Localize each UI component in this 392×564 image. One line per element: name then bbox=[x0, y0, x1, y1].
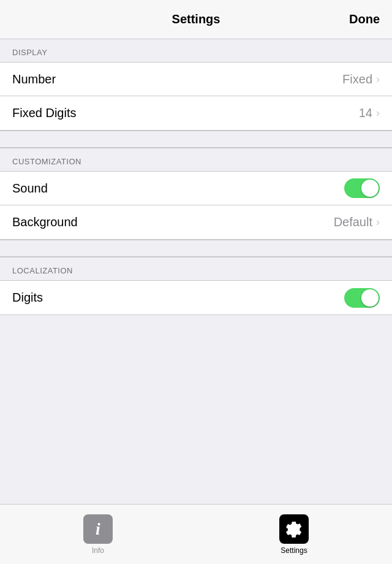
app-header: Settings Done bbox=[0, 0, 392, 39]
background-chevron-icon: › bbox=[376, 216, 380, 229]
number-right: Fixed › bbox=[342, 72, 380, 86]
tab-settings-label: Settings bbox=[281, 546, 307, 555]
localization-section-header: LOCALIZATION bbox=[0, 257, 392, 281]
localization-settings-list: Digits bbox=[0, 281, 392, 315]
fixed-digits-right: 14 › bbox=[359, 106, 380, 120]
fixed-digits-label: Fixed Digits bbox=[12, 106, 76, 120]
localization-section: LOCALIZATION Digits bbox=[0, 257, 392, 315]
background-right: Default › bbox=[334, 215, 380, 229]
spacer-2 bbox=[0, 240, 392, 257]
fixed-digits-row[interactable]: Fixed Digits 14 › bbox=[0, 96, 392, 130]
sound-toggle-knob bbox=[361, 180, 379, 197]
background-label: Background bbox=[12, 215, 78, 229]
number-chevron-icon: › bbox=[376, 73, 380, 86]
spacer-1 bbox=[0, 131, 392, 148]
number-label: Number bbox=[12, 72, 56, 86]
customization-settings-list: Sound Background Default › bbox=[0, 172, 392, 240]
settings-icon bbox=[279, 514, 309, 544]
fixed-digits-chevron-icon: › bbox=[376, 107, 380, 120]
tab-info[interactable]: i Info bbox=[0, 505, 196, 564]
tab-settings[interactable]: Settings bbox=[196, 505, 392, 564]
sound-row[interactable]: Sound bbox=[0, 172, 392, 205]
number-row[interactable]: Number Fixed › bbox=[0, 63, 392, 96]
display-section: DISPLAY Number Fixed › Fixed Digits 14 › bbox=[0, 39, 392, 131]
info-icon: i bbox=[83, 514, 113, 544]
customization-section-header: CUSTOMIZATION bbox=[0, 148, 392, 172]
digits-label: Digits bbox=[12, 291, 43, 305]
sound-right bbox=[344, 178, 380, 198]
digits-row[interactable]: Digits bbox=[0, 281, 392, 314]
fixed-digits-value: 14 bbox=[359, 106, 372, 120]
customization-section: CUSTOMIZATION Sound Background Default › bbox=[0, 148, 392, 240]
header-title: Settings bbox=[172, 12, 221, 26]
number-value: Fixed bbox=[342, 72, 372, 86]
digits-toggle-knob bbox=[361, 289, 379, 307]
display-section-header: DISPLAY bbox=[0, 39, 392, 63]
digits-right bbox=[344, 288, 380, 308]
done-button[interactable]: Done bbox=[349, 12, 380, 26]
display-settings-list: Number Fixed › Fixed Digits 14 › bbox=[0, 63, 392, 131]
tab-bar: i Info Settings bbox=[0, 504, 392, 564]
background-value: Default bbox=[334, 215, 372, 229]
tab-info-label: Info bbox=[92, 546, 104, 555]
background-row[interactable]: Background Default › bbox=[0, 205, 392, 239]
digits-toggle[interactable] bbox=[344, 288, 380, 308]
sound-label: Sound bbox=[12, 181, 48, 196]
sound-toggle[interactable] bbox=[344, 178, 380, 198]
